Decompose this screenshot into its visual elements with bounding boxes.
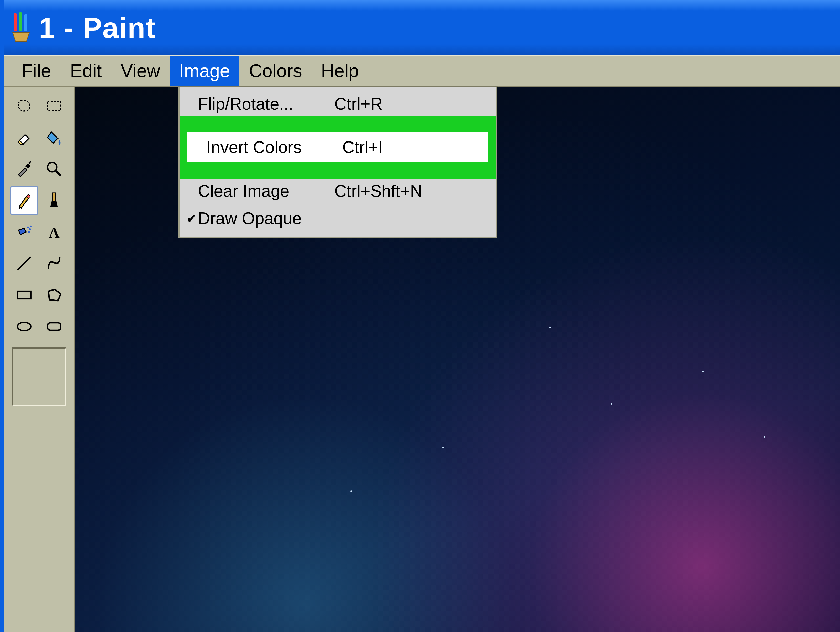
svg-rect-9	[53, 193, 56, 201]
tool-ellipse[interactable]	[10, 312, 38, 341]
image-menu-dropdown: Flip/Rotate... Ctrl+R Invert Colors Ctrl…	[178, 87, 497, 238]
menu-item-shortcut: Ctrl+Shft+N	[335, 181, 422, 201]
tool-eraser[interactable]	[10, 123, 38, 152]
tool-fill[interactable]	[40, 123, 68, 152]
title-bar: 1 - Paint	[4, 0, 840, 55]
tool-rectangle[interactable]	[10, 280, 38, 310]
svg-point-6	[47, 162, 57, 172]
tool-text[interactable]: A	[40, 217, 68, 247]
tool-magnifier[interactable]	[40, 154, 68, 184]
menu-image[interactable]: Image	[170, 56, 240, 85]
tool-options-box	[12, 347, 66, 406]
svg-line-15	[17, 257, 31, 270]
menu-item-invert-colors[interactable]: Invert Colors Ctrl+I	[188, 132, 488, 162]
svg-line-7	[56, 171, 61, 176]
window-title: 1 - Paint	[39, 11, 156, 44]
menu-colors[interactable]: Colors	[239, 56, 311, 85]
tool-brush[interactable]	[40, 186, 68, 215]
menu-item-label: Draw Opaque	[198, 209, 335, 228]
check-icon: ✔	[184, 211, 199, 226]
body: A	[4, 87, 840, 632]
menu-edit[interactable]: Edit	[61, 56, 111, 85]
menu-item-shortcut: Ctrl+R	[335, 94, 382, 113]
menu-item-draw-opaque[interactable]: ✔ Draw Opaque	[180, 205, 496, 232]
tool-pencil[interactable]	[10, 186, 38, 215]
menu-item-clear-image[interactable]: Clear Image Ctrl+Shft+N	[180, 177, 496, 205]
tool-polygon[interactable]	[40, 280, 68, 310]
canvas-area[interactable]: Flip/Rotate... Ctrl+R Invert Colors Ctrl…	[75, 87, 840, 632]
tool-rounded-rectangle[interactable]	[40, 312, 68, 341]
svg-rect-1	[19, 12, 22, 31]
tool-free-form-select[interactable]	[10, 91, 38, 121]
svg-point-13	[30, 226, 32, 227]
menu-item-shortcut: Ctrl+I	[342, 137, 383, 157]
menu-bar: File Edit View Image Colors Help	[4, 55, 840, 87]
paint-window: 1 - Paint File Edit View Image Colors He…	[0, 0, 840, 632]
menu-item-flip-rotate[interactable]: Flip/Rotate... Ctrl+R	[180, 90, 496, 118]
menu-item-label: Invert Colors	[206, 137, 342, 157]
menu-view[interactable]: View	[111, 56, 169, 85]
menu-file[interactable]: File	[12, 56, 61, 85]
tool-color-picker[interactable]	[10, 154, 38, 184]
tool-rectangle-select[interactable]	[40, 91, 68, 121]
menu-help[interactable]: Help	[312, 56, 368, 85]
svg-line-5	[29, 161, 31, 163]
tool-airbrush[interactable]	[10, 217, 38, 247]
svg-point-17	[17, 322, 31, 331]
tool-line[interactable]	[10, 249, 38, 278]
paint-app-icon	[11, 11, 32, 44]
menu-item-label: Clear Image	[198, 181, 335, 201]
svg-rect-0	[14, 13, 17, 31]
tool-grid: A	[10, 91, 68, 341]
tutorial-highlight: Invert Colors Ctrl+I	[180, 116, 496, 179]
svg-rect-3	[47, 101, 61, 111]
toolbox: A	[4, 87, 75, 632]
svg-point-12	[28, 231, 30, 233]
svg-rect-18	[47, 323, 61, 331]
svg-rect-16	[17, 292, 31, 299]
menu-item-label: Flip/Rotate...	[198, 94, 335, 113]
svg-rect-4	[25, 164, 30, 169]
svg-point-10	[27, 226, 29, 228]
svg-rect-2	[24, 14, 27, 31]
tool-curve[interactable]	[40, 249, 68, 278]
svg-text:A: A	[49, 224, 60, 241]
svg-point-11	[29, 229, 31, 230]
